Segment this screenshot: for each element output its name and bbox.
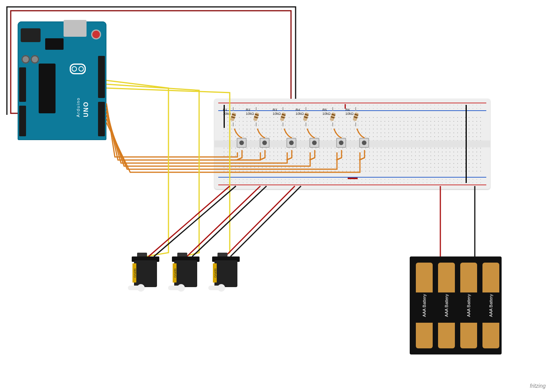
servo-label: SERVO bbox=[132, 263, 136, 283]
capacitor-icon bbox=[21, 55, 30, 64]
analog-header[interactable] bbox=[19, 106, 26, 136]
barrel-jack-icon bbox=[21, 28, 41, 42]
servo-3: SERVO bbox=[211, 253, 241, 291]
resistor-r2: R2 10kΩ bbox=[253, 109, 259, 124]
resistor-r4: R4 10kΩ bbox=[303, 109, 309, 124]
battery-cell: AAA Battery bbox=[416, 263, 433, 348]
battery-cell: AAA Battery bbox=[460, 263, 477, 348]
push-button-2[interactable] bbox=[260, 138, 270, 148]
digital-header-high[interactable] bbox=[98, 56, 105, 98]
jumper-red bbox=[348, 178, 358, 179]
arduino-logo-icon bbox=[70, 64, 86, 74]
servo-2: SERVO bbox=[170, 253, 201, 291]
resistor-r5: R5 10kΩ bbox=[330, 109, 335, 124]
atmega-chip-icon bbox=[39, 64, 56, 113]
push-button-6[interactable] bbox=[359, 138, 369, 148]
power-header[interactable] bbox=[19, 67, 26, 102]
push-button-1[interactable] bbox=[237, 138, 247, 148]
res-val: 10kΩ bbox=[223, 112, 231, 116]
push-button-3[interactable] bbox=[286, 138, 296, 148]
chip-icon bbox=[45, 38, 64, 50]
battery-cell: AAA Battery bbox=[482, 263, 499, 348]
capacitor-icon bbox=[31, 55, 39, 64]
resistor-r3: R3 10kΩ bbox=[280, 109, 286, 124]
push-button-5[interactable] bbox=[336, 138, 346, 148]
resistor-r6: R6 10kΩ bbox=[353, 109, 358, 124]
battery-cell: AAA Battery bbox=[438, 263, 455, 348]
usb-port-icon bbox=[64, 20, 87, 37]
watermark: fritzing bbox=[530, 383, 546, 389]
reset-button[interactable] bbox=[92, 31, 100, 38]
aaa-battery-holder: AAA Battery AAA Battery AAA Battery AAA … bbox=[410, 256, 502, 354]
board-brand-label: Arduino bbox=[76, 97, 80, 117]
digital-header-low[interactable] bbox=[98, 102, 105, 136]
board-model-label: UNO bbox=[83, 101, 90, 117]
res-ref: R1 bbox=[223, 108, 227, 112]
servo-1: SERVO bbox=[130, 253, 161, 291]
jumper-black bbox=[466, 105, 467, 183]
arduino-uno-board: Arduino UNO bbox=[18, 21, 106, 140]
resistor-r1: R1 10kΩ bbox=[231, 109, 236, 124]
servo-horn-icon bbox=[128, 286, 142, 290]
push-button-4[interactable] bbox=[309, 138, 319, 148]
